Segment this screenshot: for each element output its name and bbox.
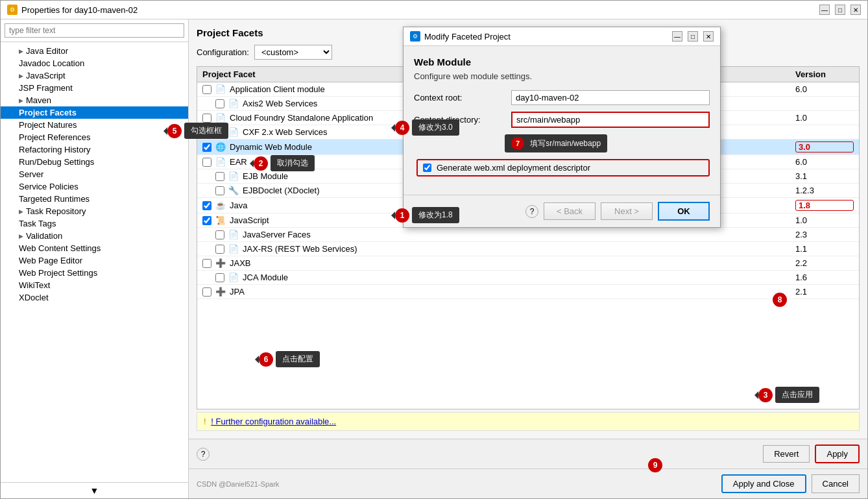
apply-close-button[interactable]: Apply and Close — [721, 474, 806, 493]
dialog-minimize-btn[interactable]: — — [672, 31, 682, 42]
sidebar-item-targeted-runtimes[interactable]: Targeted Runtimes — [1, 193, 188, 205]
sidebar-item-project-facets[interactable]: Project Facets — [1, 106, 188, 119]
dialog-close-btn[interactable]: ✕ — [703, 31, 714, 42]
further-config-link[interactable]: ! Further configuration available... — [211, 417, 336, 426]
sidebar-item-server[interactable]: Server — [1, 168, 188, 180]
sidebar-item-run-debug[interactable]: Run/Debug Settings — [1, 156, 188, 168]
version-ejbdoclet: 1.2.3 — [795, 186, 854, 195]
facet-checkbox-dynamic-web[interactable] — [202, 143, 211, 152]
context-root-row: Context root: — [414, 90, 710, 105]
generate-xml-label: Generate web.xml deployment descriptor — [437, 163, 590, 173]
facet-checkbox-app-client[interactable] — [202, 85, 211, 94]
bottom-right: Revert Apply — [763, 444, 860, 463]
maximize-btn[interactable]: □ — [835, 5, 845, 15]
sidebar-item-validation[interactable]: ▶ Validation — [1, 230, 188, 242]
title-bar-left: ⚙ Properties for day10-maven-02 — [7, 5, 138, 15]
help-button[interactable]: ? — [197, 448, 210, 461]
apply-button[interactable]: Apply — [815, 444, 860, 463]
close-btn[interactable]: ✕ — [850, 5, 861, 15]
sidebar-item-refactoring[interactable]: Refactoring History — [1, 143, 188, 156]
facet-checkbox-js[interactable] — [202, 216, 211, 225]
dialog-help-btn[interactable]: ? — [525, 205, 538, 218]
sidebar-item-task-repository[interactable]: ▶ Task Repository — [1, 205, 188, 217]
version-jsf: 2.3 — [795, 230, 854, 239]
sidebar-item-web-page[interactable]: Web Page Editor — [1, 254, 188, 267]
sidebar-item-xdoclet[interactable]: XDoclet — [1, 291, 188, 304]
version-dynamic-web: 3.0 — [795, 141, 854, 152]
facet-jaxb: ➕ JAXB — [202, 258, 795, 268]
app-icon: ⚙ — [7, 5, 18, 15]
version-jca: 1.6 — [795, 273, 854, 282]
sidebar-item-wikitext[interactable]: WikiText — [1, 279, 188, 291]
sidebar-item-web-content[interactable]: Web Content Settings — [1, 242, 188, 254]
expand-arrow: ▶ — [19, 73, 23, 79]
generate-xml-row: Generate web.xml deployment descriptor — [416, 159, 710, 176]
facet-checkbox-java[interactable] — [202, 201, 211, 210]
further-config-icon: ! — [204, 417, 206, 426]
back-button[interactable]: < Back — [544, 202, 596, 220]
dialog-footer: ? < Back Next > OK — [404, 195, 720, 227]
facet-row-jsf[interactable]: 📄 JavaServer Faces 2.3 — [197, 228, 859, 242]
sidebar-item-maven[interactable]: ▶ Maven — [1, 94, 188, 106]
sidebar-item-task-tags[interactable]: Task Tags — [1, 217, 188, 230]
facet-jsf: 📄 JavaServer Faces — [202, 230, 795, 239]
facet-checkbox-cloud[interactable] — [202, 114, 211, 123]
cancel-button[interactable]: Cancel — [812, 474, 860, 493]
version-ear: 6.0 — [795, 157, 854, 167]
content-dir-label: Content directory: — [414, 115, 505, 125]
sidebar-list: ▶ Java Editor Javadoc Location ▶ JavaScr… — [1, 42, 188, 482]
facet-checkbox-cxf[interactable] — [215, 128, 224, 137]
context-root-label: Context root: — [414, 93, 505, 103]
facet-checkbox-axis2[interactable] — [215, 99, 224, 108]
sidebar-item-service-policies[interactable]: Service Policies — [1, 180, 188, 193]
dialog-section-title: Web Module — [414, 56, 710, 67]
title-bar-controls[interactable]: — □ ✕ — [819, 5, 861, 15]
expand-arrow: ▶ — [19, 48, 23, 55]
facet-row-jpa[interactable]: ➕ JPA 2.1 — [197, 285, 859, 299]
facet-row-jaxb[interactable]: ➕ JAXB 2.2 — [197, 256, 859, 271]
sidebar-filter-area — [1, 19, 188, 42]
facet-checkbox-jaxrs[interactable] — [215, 245, 224, 254]
dialog-title-left: ⚙ Modify Faceted Project — [410, 31, 511, 42]
facet-checkbox-ejbdoclet[interactable] — [215, 186, 224, 195]
sidebar-item-javascript[interactable]: ▶ JavaScript — [1, 69, 188, 82]
sidebar-item-jsp-fragment[interactable]: JSP Fragment — [1, 82, 188, 94]
ok-button[interactable]: OK — [658, 202, 710, 221]
apply-close-bar: Apply and Close Cancel — [721, 474, 860, 493]
facet-checkbox-jaxb[interactable] — [202, 259, 211, 268]
expand-arrow: ▶ — [19, 208, 23, 215]
title-bar: ⚙ Properties for day10-maven-02 — □ ✕ — [1, 1, 867, 19]
facet-jpa: ➕ JPA — [202, 287, 795, 297]
next-button[interactable]: Next > — [601, 202, 653, 220]
sidebar-item-javadoc[interactable]: Javadoc Location — [1, 57, 188, 69]
facet-checkbox-jpa[interactable] — [202, 287, 211, 297]
version-cloud: 1.0 — [795, 113, 854, 123]
minimize-btn[interactable]: — — [819, 5, 830, 15]
facet-row-jca[interactable]: 📄 JCA Module 1.6 — [197, 271, 859, 285]
facet-checkbox-jsf[interactable] — [215, 230, 224, 239]
context-root-input[interactable] — [511, 90, 710, 105]
config-dropdown[interactable]: <custom> — [254, 45, 332, 60]
version-jaxb: 2.2 — [795, 258, 854, 268]
dialog-section-desc: Configure web module settings. — [414, 71, 710, 81]
window-title: Properties for day10-maven-02 — [21, 5, 138, 15]
facet-row-jaxrs[interactable]: 📄 JAX-RS (REST Web Services) 1.1 — [197, 242, 859, 256]
dialog-maximize-btn[interactable]: □ — [688, 31, 698, 42]
modify-dialog: ⚙ Modify Faceted Project — □ ✕ Web Modul… — [403, 27, 721, 228]
facet-checkbox-ejb[interactable] — [215, 172, 224, 181]
version-ejb: 3.1 — [795, 171, 854, 181]
sidebar-item-web-project[interactable]: Web Project Settings — [1, 267, 188, 279]
revert-button[interactable]: Revert — [763, 445, 810, 463]
facet-checkbox-ear[interactable] — [202, 158, 211, 167]
filter-input[interactable] — [5, 23, 184, 38]
sidebar-scroll-down[interactable]: ▼ — [90, 485, 99, 496]
facet-checkbox-jca[interactable] — [215, 273, 224, 282]
dialog-controls[interactable]: — □ ✕ — [672, 31, 714, 42]
content-dir-input[interactable] — [511, 112, 710, 128]
sidebar-item-java-editor[interactable]: ▶ Java Editor — [1, 45, 188, 57]
sidebar-item-project-references[interactable]: Project References — [1, 131, 188, 143]
dialog-title: Modify Faceted Project — [424, 32, 511, 42]
generate-xml-checkbox[interactable] — [423, 164, 431, 172]
further-config-bar: ! ! Further configuration available... — [197, 412, 860, 431]
sidebar-item-project-natures[interactable]: Project Natures — [1, 119, 188, 131]
